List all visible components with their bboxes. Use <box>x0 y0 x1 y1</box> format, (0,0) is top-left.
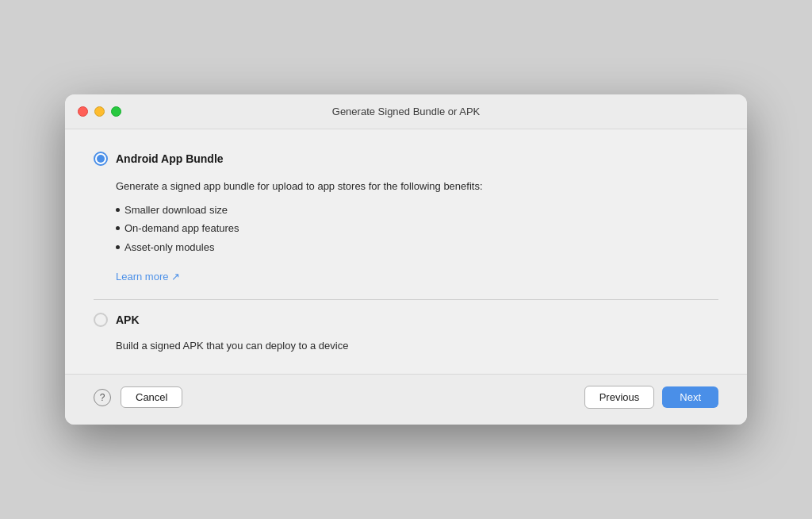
benefit-item-1: Smaller download size <box>116 202 718 218</box>
benefit-text-1: Smaller download size <box>124 202 228 218</box>
apk-option-label: APK <box>116 313 140 326</box>
apk-option-header[interactable]: APK <box>94 313 718 327</box>
apk-radio-button[interactable] <box>94 313 108 327</box>
next-button[interactable]: Next <box>662 386 718 408</box>
benefit-item-3: Asset-only modules <box>116 240 718 256</box>
close-button[interactable] <box>78 106 88 117</box>
learn-more-arrow-icon: ↗ <box>171 271 180 283</box>
learn-more-link[interactable]: Learn more ↗ <box>116 271 180 283</box>
benefit-text-2: On-demand app features <box>124 221 239 236</box>
apk-option-section: APK Build a signed APK that you can depl… <box>94 313 718 352</box>
learn-more-label: Learn more <box>116 271 168 283</box>
content-area: Android App Bundle Generate a signed app… <box>65 129 747 374</box>
bullet-icon <box>116 208 120 212</box>
footer: ? Cancel Previous Next <box>65 374 747 425</box>
bundle-radio-button[interactable] <box>94 152 108 166</box>
benefit-text-3: Asset-only modules <box>124 240 214 256</box>
maximize-button[interactable] <box>111 106 121 117</box>
minimize-button[interactable] <box>94 106 105 117</box>
benefit-item-2: On-demand app features <box>116 221 718 236</box>
apk-description: Build a signed APK that you can deploy t… <box>116 340 718 352</box>
bullet-icon-2 <box>116 226 120 230</box>
footer-left: ? Cancel <box>94 386 182 408</box>
bundle-description: Generate a signed app bundle for upload … <box>116 179 718 255</box>
bundle-option-section: Android App Bundle Generate a signed app… <box>94 152 718 283</box>
bundle-option-header[interactable]: Android App Bundle <box>94 152 718 166</box>
bullet-icon-3 <box>116 245 120 249</box>
help-button[interactable]: ? <box>94 389 111 406</box>
title-bar: Generate Signed Bundle or APK <box>65 94 747 129</box>
benefits-list: Smaller download size On-demand app feat… <box>116 202 718 256</box>
previous-button[interactable]: Previous <box>584 386 655 409</box>
footer-right: Previous Next <box>584 386 718 409</box>
bundle-option-label: Android App Bundle <box>116 152 224 165</box>
cancel-button[interactable]: Cancel <box>121 386 182 408</box>
main-window: Generate Signed Bundle or APK Android Ap… <box>65 94 747 425</box>
window-title: Generate Signed Bundle or APK <box>332 106 480 117</box>
traffic-lights <box>78 106 121 117</box>
section-divider <box>94 299 718 300</box>
